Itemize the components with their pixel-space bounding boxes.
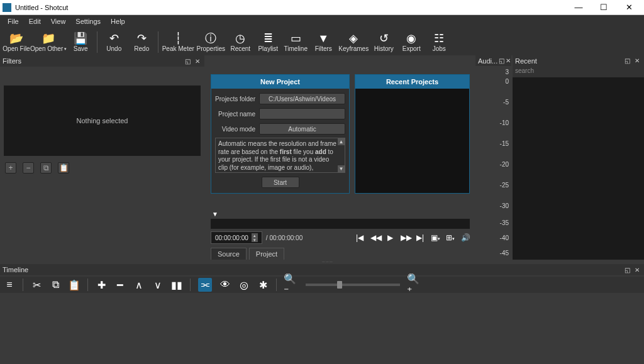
tab-project[interactable]: Project [249, 248, 284, 260]
panel-close-icon[interactable]: ✕ [633, 57, 641, 65]
menu-file[interactable]: File [3, 16, 24, 26]
recent-header: Recent ◱ ✕ [513, 55, 644, 66]
overwrite-button[interactable]: ∨ [152, 279, 164, 290]
minimize-button[interactable]: — [566, 0, 591, 15]
meter-tick: -40 [475, 234, 509, 241]
ripple-button[interactable]: ◎ [238, 279, 250, 290]
save-button[interactable]: 💾 Save [67, 29, 94, 55]
filters-button[interactable]: ▼ Filters [309, 29, 337, 55]
app-icon [3, 3, 11, 12]
add-filter-button[interactable]: + [5, 162, 16, 174]
toolbar-separator [276, 279, 277, 291]
export-button[interactable]: ◉ Export [397, 29, 425, 55]
zoom-fit-button[interactable]: ▣▾ [431, 233, 440, 242]
zoom-in-button[interactable]: 🔍⁺ [408, 279, 419, 290]
peak-meter-button[interactable]: ┆ Peak Meter [161, 29, 195, 55]
panel-close-icon[interactable]: ✕ [633, 265, 641, 274]
keyframes-icon: ◈ [349, 33, 358, 44]
keyframes-button[interactable]: ◈ Keyframes [337, 29, 370, 55]
window-title: Untitled - Shotcut [15, 4, 566, 11]
zoom-slider[interactable] [306, 284, 400, 286]
timeline-menu-button[interactable]: ≡ [4, 279, 15, 290]
ripple-all-button[interactable]: ✱ [257, 279, 269, 290]
grid-button[interactable]: ⊞▾ [446, 233, 455, 242]
panel-popout-icon[interactable]: ◱ [183, 57, 192, 65]
timecode-total: / 00:00:00:00 [266, 234, 303, 241]
meter-tick: -45 [475, 250, 509, 256]
filters-panel: Filters ◱ ✕ Nothing selected + − ⧉ 📋 [0, 55, 204, 260]
tc-down-button[interactable]: ▼ [252, 238, 258, 242]
panel-popout-icon[interactable]: ◱ [623, 265, 631, 274]
playhead-marker-icon[interactable]: ▼ [212, 211, 470, 218]
scroll-up-button[interactable]: ▲ [338, 138, 345, 145]
scrub-track[interactable] [211, 219, 470, 229]
panel-close-icon[interactable]: ✕ [193, 57, 202, 65]
open-other-button[interactable]: 📁 Open Other▾ [30, 29, 67, 55]
tab-source[interactable]: Source [211, 248, 247, 260]
recent-list[interactable] [513, 77, 644, 260]
recent-search-input[interactable]: search [513, 66, 644, 77]
project-name-input[interactable] [259, 108, 345, 119]
append-button[interactable]: ✚ [96, 279, 107, 290]
audio-meter-panel: Audi... ◱ ✕ 3 0 -5 -10 -15 -20 -25 -30 -… [475, 55, 511, 260]
remove-button[interactable]: ━ [114, 279, 126, 290]
scroll-down-button[interactable]: ▼ [338, 165, 345, 172]
copy-filter-button[interactable]: ⧉ [40, 162, 52, 174]
tc-up-button[interactable]: ▲ [252, 233, 258, 238]
disc-icon: ◉ [406, 33, 416, 44]
snap-button[interactable]: ⫘ [198, 278, 212, 292]
maximize-button[interactable]: ☐ [591, 0, 616, 15]
stack-icon: ☷ [434, 33, 444, 44]
paste-button[interactable]: 📋 [69, 279, 80, 290]
audio-meter-title: Audi... [478, 57, 497, 65]
recent-button[interactable]: ◷ Recent [226, 29, 254, 55]
projects-folder-button[interactable]: C:/Users/Ashwin/Videos [259, 93, 345, 104]
properties-button[interactable]: ⓘ Properties [195, 29, 226, 55]
rewind-button[interactable]: ◀◀ [370, 233, 379, 242]
filters-header: Filters ◱ ✕ [0, 55, 204, 67]
playlist-button[interactable]: ≣ Playlist [254, 29, 282, 55]
jobs-button[interactable]: ☷ Jobs [425, 29, 453, 55]
meter-tick: -10 [475, 119, 509, 126]
redo-icon: ↷ [137, 33, 147, 44]
zoom-out-button[interactable]: 🔍⁻ [284, 279, 296, 290]
timeline-tracks[interactable] [0, 293, 644, 363]
forward-button[interactable]: ▶▶ [401, 233, 409, 242]
cut-button[interactable]: ✂ [31, 279, 42, 290]
lift-button[interactable]: ∧ [133, 279, 145, 290]
video-mode-select[interactable]: Automatic [259, 123, 345, 135]
main-toolbar: 📂 Open File 📁 Open Other▾ 💾 Save ↶ Undo … [0, 28, 644, 55]
scrub-audio-button[interactable]: 👁 [219, 279, 231, 290]
toolbar-separator [190, 279, 191, 291]
timeline-header: Timeline ◱ ✕ [0, 264, 644, 275]
recent-projects-list[interactable] [355, 89, 469, 193]
transport-bar: 00:00:00:00 ▲ ▼ / 00:00:00:00 |◀ ◀◀ ▶ ▶▶… [211, 231, 470, 244]
timeline-button[interactable]: ▭ Timeline [282, 29, 309, 55]
menu-settings[interactable]: Settings [70, 16, 106, 26]
paste-filter-button[interactable]: 📋 [58, 162, 69, 174]
skip-start-button[interactable]: |◀ [355, 233, 364, 242]
projects-folder-label: Projects folder [215, 96, 259, 102]
open-file-button[interactable]: 📂 Open File [3, 29, 30, 55]
meter-icon: ┆ [175, 33, 182, 44]
volume-button[interactable]: 🔊 [461, 233, 470, 242]
copy-button[interactable]: ⧉ [50, 279, 61, 290]
start-button[interactable]: Start [262, 177, 299, 188]
menu-help[interactable]: Help [106, 16, 130, 26]
video-mode-label: Video mode [215, 126, 259, 133]
menu-edit[interactable]: Edit [24, 16, 46, 26]
close-button[interactable]: ✕ [616, 0, 641, 15]
timecode-display[interactable]: 00:00:00:00 ▲ ▼ [211, 231, 262, 244]
menu-view[interactable]: View [46, 16, 71, 26]
skip-end-button[interactable]: ▶| [416, 233, 425, 242]
split-button[interactable]: ▮▮ [171, 279, 182, 290]
panel-popout-icon[interactable]: ◱ [623, 57, 631, 65]
history-button[interactable]: ↺ History [370, 29, 397, 55]
zoom-slider-thumb[interactable] [337, 281, 342, 289]
redo-button[interactable]: ↷ Redo [128, 29, 155, 55]
play-button[interactable]: ▶ [386, 233, 394, 242]
panel-close-icon[interactable]: ✕ [506, 57, 511, 65]
panel-popout-icon[interactable]: ◱ [499, 57, 504, 65]
undo-button[interactable]: ↶ Undo [100, 29, 128, 55]
remove-filter-button[interactable]: − [23, 162, 34, 174]
